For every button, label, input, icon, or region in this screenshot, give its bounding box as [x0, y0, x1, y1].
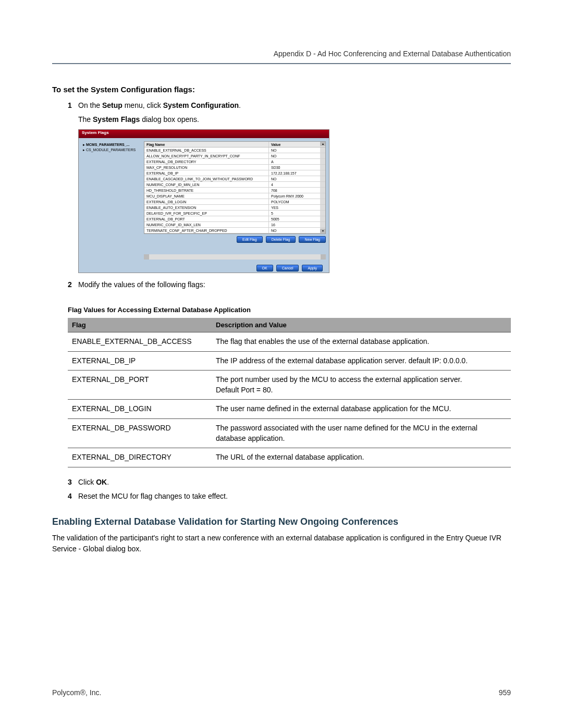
flag-row[interactable]: EXTERNAL_DB_IP172.22.188.157	[144, 170, 325, 176]
page-header: Appendix D - Ad Hoc Conferencing and Ext…	[52, 50, 511, 64]
bold: System Configuration	[163, 101, 239, 109]
flag-value-cell: NO	[268, 153, 320, 158]
flag-name-cell: EXTERNAL_DB_IP	[144, 170, 268, 176]
flag-name-cell: HD_THRESHOLD_BITRATE	[144, 188, 268, 193]
flag-name-cell: MCU_DISPLAY_NAME	[144, 193, 268, 199]
flag-value-cell: Polycom RMX 2000	[268, 193, 320, 199]
td-desc: The URL of the external database applica…	[212, 448, 511, 467]
edit-flag-button[interactable]: Edit Flag	[237, 236, 263, 243]
delete-flag-button[interactable]: Delete Flag	[266, 236, 296, 243]
table-caption: Flag Values for Accessing External Datab…	[68, 306, 511, 314]
flag-name-cell: ENABLE_CASCADED_LINK_TO_JOIN_WITHOUT_PAS…	[144, 176, 268, 181]
flag-row[interactable]: ENABLE_AUTO_EXTENSIONYES	[144, 205, 325, 211]
flag-row[interactable]: ENABLE_CASCADED_LINK_TO_JOIN_WITHOUT_PAS…	[144, 176, 325, 182]
flag-value-cell: 16	[268, 222, 320, 227]
tree-item[interactable]: ▸ MCMS_PARAMETERS_...	[83, 142, 143, 147]
table-row: ENABLE_EXTERNAL_DB_ACCESSThe flag that e…	[68, 332, 511, 352]
td-desc: The user name defined in the external da…	[212, 400, 511, 419]
flag-row[interactable]: EXTERNAL_DB_DIRECTORYA	[144, 159, 325, 165]
scroll-up-icon[interactable]: ▴	[320, 142, 325, 146]
flag-description-table: Flag Description and Value ENABLE_EXTERN…	[68, 318, 511, 467]
text: The	[78, 115, 93, 124]
tree-item[interactable]: ▸ CS_MODULE_PARAMETERS	[83, 147, 143, 153]
flag-table: Flag Name Value ▴ ENABLE_EXTERNAL_DB_ACC…	[144, 141, 326, 234]
apply-button[interactable]: Apply	[302, 265, 323, 272]
text: dialog box opens.	[140, 115, 199, 124]
flag-row[interactable]: NUMERIC_CONF_ID_MIN_LEN4	[144, 182, 325, 188]
step-2-number: 2	[68, 279, 78, 290]
flag-name-cell: TERMINATE_CONF_AFTER_CHAIR_DROPPED	[144, 228, 268, 233]
flag-name-cell: NUMERIC_CONF_ID_MIN_LEN	[144, 182, 268, 187]
step-4-number: 4	[68, 491, 78, 502]
flag-value-cell: A	[268, 159, 320, 164]
table-row: EXTERNAL_DB_DIRECTORYThe URL of the exte…	[68, 448, 511, 467]
flag-value-cell: NO	[268, 147, 320, 153]
flag-row[interactable]: MCU_DISPLAY_NAMEPolycom RMX 2000	[144, 193, 325, 199]
flag-row[interactable]: MAX_CP_RESOLUTIONSD30	[144, 165, 325, 170]
flag-value-cell: POLYCOM	[268, 199, 320, 204]
scroll-down-icon[interactable]: ▾	[320, 229, 325, 233]
tree-label: MCMS_PARAMETERS_...	[86, 143, 130, 146]
td-desc: The IP address of the external database …	[212, 351, 511, 371]
dialog-titlebar: System Flags	[79, 130, 329, 138]
heading-2: Enabling External Database Validation fo…	[52, 516, 511, 527]
flag-value-cell: 4	[268, 182, 320, 187]
flag-row[interactable]: TERMINATE_CONF_AFTER_CHAIR_DROPPEDNO▾	[144, 228, 325, 233]
horizontal-scrollbar[interactable]	[144, 254, 326, 260]
td-flag: EXTERNAL_DB_IP	[68, 351, 212, 371]
text: Click	[78, 478, 96, 486]
footer-company: Polycom®, Inc.	[52, 688, 101, 697]
step-4-text: Reset the MCU for flag changes to take e…	[78, 491, 511, 502]
system-flags-dialog: System Flags ▸ MCMS_PARAMETERS_... ▸ CS_…	[78, 129, 329, 273]
flag-value-cell: 768	[268, 188, 320, 193]
ok-button[interactable]: OK	[256, 265, 273, 272]
step-1-number: 1	[68, 100, 78, 111]
flag-name-cell: ALLOW_NON_ENCRYPT_PARTY_IN_ENCRYPT_CONF	[144, 153, 268, 158]
flag-name-cell: DELAYED_IVR_FOR_SPECIFIC_EP	[144, 211, 268, 216]
paragraph: The validation of the participant's righ…	[52, 533, 511, 554]
table-row: EXTERNAL_DB_IPThe IP address of the exte…	[68, 351, 511, 371]
flag-row[interactable]: EXTERNAL_DB_PORT5005	[144, 216, 325, 222]
flag-name-cell: EXTERNAL_DB_DIRECTORY	[144, 159, 268, 164]
tree-label: CS_MODULE_PARAMETERS	[86, 148, 136, 152]
flag-name-cell: NUMERIC_CONF_ID_MAX_LEN	[144, 222, 268, 227]
flag-row[interactable]: HD_THRESHOLD_BITRATE768	[144, 188, 325, 193]
table-row: EXTERNAL_DB_PORTThe port number used by …	[68, 371, 511, 400]
flag-value-cell: SD30	[268, 165, 320, 170]
flag-value-cell: 172.22.188.157	[268, 170, 320, 176]
col-header-name[interactable]: Flag Name	[144, 142, 268, 147]
cancel-button[interactable]: Cancel	[276, 265, 299, 272]
th-desc: Description and Value	[212, 318, 511, 332]
th-flag: Flag	[68, 318, 212, 332]
td-flag: EXTERNAL_DB_PORT	[68, 371, 212, 400]
text: menu, click	[123, 101, 163, 109]
flag-value-cell: 5	[268, 211, 320, 216]
flag-row[interactable]: ALLOW_NON_ENCRYPT_PARTY_IN_ENCRYPT_CONFN…	[144, 153, 325, 159]
flag-row[interactable]: EXTERNAL_DB_LOGINPOLYCOM	[144, 199, 325, 205]
flag-name-cell: ENABLE_AUTO_EXTENSION	[144, 205, 268, 210]
step-3-number: 3	[68, 477, 78, 488]
flag-value-cell: 5005	[268, 216, 320, 221]
flag-value-cell: NO	[268, 176, 320, 181]
col-header-value[interactable]: Value	[268, 142, 320, 147]
td-desc: The password associated with the user na…	[212, 418, 511, 448]
table-row: EXTERNAL_DB_LOGINThe user name defined i…	[68, 400, 511, 419]
text: On the	[78, 101, 102, 109]
td-desc: The port number used by the MCU to acces…	[212, 371, 511, 400]
step-2-text: Modify the values of the following flags…	[78, 279, 511, 290]
table-row: EXTERNAL_DB_PASSWORDThe password associa…	[68, 418, 511, 448]
text: .	[107, 478, 109, 486]
td-flag: EXTERNAL_DB_PASSWORD	[68, 418, 212, 448]
bold: System Flags	[93, 115, 140, 124]
step-1-sub: The System Flags dialog box opens.	[78, 114, 511, 125]
flag-row[interactable]: ENABLE_EXTERNAL_DB_ACCESSNO	[144, 147, 325, 153]
flag-row[interactable]: NUMERIC_CONF_ID_MAX_LEN16	[144, 222, 325, 228]
new-flag-button[interactable]: New Flag	[299, 236, 326, 243]
td-flag: EXTERNAL_DB_LOGIN	[68, 400, 212, 419]
flag-name-cell: MAX_CP_RESOLUTION	[144, 165, 268, 170]
bold: OK	[96, 478, 107, 486]
td-flag: ENABLE_EXTERNAL_DB_ACCESS	[68, 332, 212, 352]
bold: Setup	[102, 101, 123, 109]
flag-row[interactable]: DELAYED_IVR_FOR_SPECIFIC_EP5	[144, 211, 325, 216]
flag-name-cell: ENABLE_EXTERNAL_DB_ACCESS	[144, 147, 268, 153]
